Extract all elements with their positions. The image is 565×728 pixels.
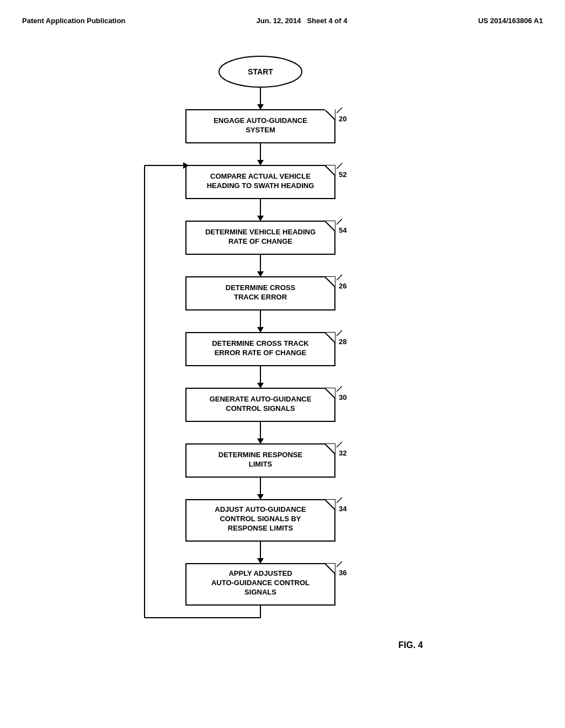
svg-text:DETERMINE CROSS: DETERMINE CROSS — [226, 283, 296, 292]
svg-line-56 — [337, 386, 342, 392]
svg-marker-77 — [257, 558, 264, 564]
svg-line-29 — [337, 219, 342, 224]
svg-text:36: 36 — [339, 569, 347, 577]
header-date: Jun. 12, 2014 — [257, 17, 301, 25]
header-patent-number: US 2014/163806 A1 — [478, 17, 543, 25]
svg-text:30: 30 — [339, 393, 347, 402]
svg-text:APPLY ADJUSTED: APPLY ADJUSTED — [228, 569, 292, 577]
svg-text:COMPARE ACTUAL VEHICLE: COMPARE ACTUAL VEHICLE — [210, 172, 311, 180]
svg-text:CONTROL SIGNALS BY: CONTROL SIGNALS BY — [220, 515, 301, 523]
header-publication-label: Patent Application Publication — [22, 17, 125, 25]
header-sheet: Sheet 4 of 4 — [307, 17, 347, 25]
svg-marker-67 — [257, 494, 264, 500]
svg-text:RATE OF CHANGE: RATE OF CHANGE — [228, 237, 292, 245]
svg-text:ENGAGE AUTO-GUIDANCE: ENGAGE AUTO-GUIDANCE — [214, 116, 307, 125]
svg-line-85 — [337, 561, 342, 567]
svg-text:SYSTEM: SYSTEM — [246, 126, 275, 134]
patent-header: Patent Application Publication Jun. 12, … — [22, 17, 543, 25]
svg-marker-22 — [257, 216, 264, 221]
svg-text:32: 32 — [339, 449, 347, 457]
svg-marker-13 — [257, 160, 264, 165]
svg-text:20: 20 — [339, 115, 347, 123]
svg-text:DETERMINE CROSS TRACK: DETERMINE CROSS TRACK — [212, 339, 309, 347]
svg-line-75 — [337, 497, 342, 503]
flowchart-svg: START ENGAGE AUTO-GUIDANCE SYSTEM 20 — [89, 41, 476, 687]
svg-line-20 — [337, 163, 342, 169]
svg-text:CONTROL SIGNALS: CONTROL SIGNALS — [226, 404, 295, 413]
page: Patent Application Publication Jun. 12, … — [0, 0, 565, 728]
svg-text:DETERMINE RESPONSE: DETERMINE RESPONSE — [218, 451, 303, 459]
svg-marker-58 — [257, 438, 264, 444]
svg-line-65 — [337, 442, 342, 447]
diagram-container: START ENGAGE AUTO-GUIDANCE SYSTEM 20 — [22, 41, 543, 687]
svg-text:SIGNALS: SIGNALS — [244, 588, 276, 596]
svg-marker-3 — [257, 104, 264, 110]
svg-text:AUTO-GUIDANCE CONTROL: AUTO-GUIDANCE CONTROL — [211, 579, 310, 587]
svg-text:ADJUST AUTO-GUIDANCE: ADJUST AUTO-GUIDANCE — [215, 505, 306, 513]
svg-text:FIG. 4: FIG. 4 — [398, 640, 423, 650]
svg-line-47 — [337, 330, 342, 336]
svg-text:54: 54 — [339, 226, 347, 234]
svg-marker-31 — [257, 271, 264, 277]
svg-text:ERROR RATE OF CHANGE: ERROR RATE OF CHANGE — [215, 349, 307, 357]
svg-text:RESPONSE LIMITS: RESPONSE LIMITS — [228, 524, 294, 532]
svg-text:28: 28 — [339, 338, 347, 346]
svg-text:LIMITS: LIMITS — [249, 460, 273, 468]
svg-text:START: START — [248, 67, 273, 76]
svg-text:26: 26 — [339, 282, 347, 290]
svg-line-11 — [337, 108, 342, 113]
svg-marker-40 — [257, 327, 264, 333]
svg-text:52: 52 — [339, 170, 347, 179]
svg-line-38 — [337, 275, 342, 280]
svg-text:HEADING TO SWATH HEADING: HEADING TO SWATH HEADING — [207, 181, 315, 190]
header-date-sheet: Jun. 12, 2014 Sheet 4 of 4 — [257, 17, 348, 25]
svg-text:TRACK ERROR: TRACK ERROR — [234, 293, 287, 301]
svg-text:GENERATE AUTO-GUIDANCE: GENERATE AUTO-GUIDANCE — [210, 395, 312, 403]
svg-text:DETERMINE VEHICLE HEADING: DETERMINE VEHICLE HEADING — [205, 228, 316, 236]
svg-marker-49 — [257, 383, 264, 388]
svg-text:34: 34 — [339, 505, 347, 513]
